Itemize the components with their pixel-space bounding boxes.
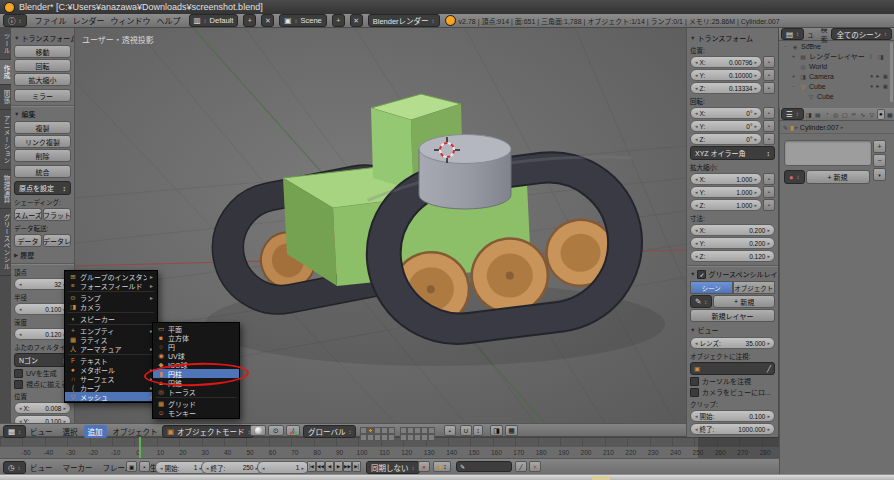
lock-icon[interactable]: •	[763, 82, 775, 94]
lock-icon[interactable]: •	[763, 107, 775, 119]
clip-field[interactable]: ◂開始:0.100▸	[690, 410, 775, 422]
tool-button[interactable]: 削除	[14, 149, 71, 162]
toolshelf-tab[interactable]: ツール	[0, 28, 11, 60]
manipulator-toggle[interactable]	[286, 425, 300, 436]
cylinder-object[interactable]	[419, 135, 511, 210]
decrement-arrow-icon[interactable]: ◂	[19, 405, 22, 411]
tool-button[interactable]: リンク複製	[14, 135, 71, 148]
properties-tab-modifiers[interactable]: ∿	[859, 109, 867, 120]
auto-keyframe-toggle[interactable]: ●	[418, 461, 430, 472]
checkbox-icon[interactable]	[14, 380, 23, 389]
layer-cell[interactable]	[374, 427, 381, 434]
render-opengl-button[interactable]: ◨	[490, 425, 503, 436]
scale-field[interactable]: ◂Y:1.000▸	[690, 186, 762, 198]
decrement-arrow-icon[interactable]: ◂	[19, 331, 22, 337]
layer-cell[interactable]	[388, 434, 395, 441]
location-field[interactable]: ◂Z:0.13334▸	[690, 82, 762, 94]
decrement-arrow-icon[interactable]: ◂	[695, 123, 698, 129]
viewport-menu-追加[interactable]: 追加	[84, 425, 107, 438]
frame-start-field[interactable]: ◂開始:1▸	[155, 461, 207, 474]
decrement-arrow-icon[interactable]: ◂	[695, 413, 698, 419]
frame-end-field[interactable]: ◂終了:250▸	[201, 461, 263, 474]
eyedropper-icon[interactable]: ╱	[767, 365, 771, 373]
outliner-row[interactable]: ▽Cube	[779, 91, 894, 101]
dimension-field[interactable]: ◂Y:0.200▸	[690, 237, 775, 249]
properties-tab-scene[interactable]: ◔	[823, 109, 831, 120]
gpencil-checkbox[interactable]: ✓	[697, 270, 706, 279]
increment-arrow-icon[interactable]: ▸	[767, 240, 770, 246]
camera-to-view-checkbox[interactable]	[690, 388, 699, 397]
lock-cursor-checkbox[interactable]	[690, 377, 699, 386]
play-button[interactable]: ▶	[334, 461, 343, 472]
timeline-menu-ビュー[interactable]: ビュー	[26, 461, 57, 474]
rotation-field[interactable]: ◂Z:0°▸	[690, 133, 762, 145]
panel-title-transform[interactable]: ▼トランスフォーム	[14, 33, 71, 43]
add-slot-button[interactable]: +	[873, 140, 886, 153]
menubar-item[interactable]: ヘルプ	[154, 15, 184, 26]
material-browse-dropdown[interactable]: ●↕	[784, 170, 805, 184]
tool-button[interactable]: 拡大縮小	[14, 73, 71, 86]
mode-selector[interactable]: ▣ オブジェクトモード ↕	[162, 425, 254, 438]
lock-icon[interactable]: •	[763, 133, 775, 145]
add-layout-button[interactable]: +	[243, 14, 256, 27]
insert-keyframe-button[interactable]: ╱	[515, 461, 527, 472]
visibility-eye-icon[interactable]: ●	[870, 83, 873, 89]
menubar-item[interactable]: ウィンドウ	[108, 15, 154, 26]
prev-keyframe-button[interactable]: ◀◀	[316, 461, 325, 472]
tool-button[interactable]: 回転	[14, 59, 71, 72]
jump-to-end-button[interactable]: ▶|	[352, 461, 361, 472]
screen-layout-selector[interactable]: ▥↕ Default	[189, 14, 239, 27]
properties-tab-object[interactable]: ▢	[841, 109, 849, 120]
layer-cell[interactable]	[428, 427, 435, 434]
panel-title-gpencil[interactable]: ▼✓グリースペンシルレイ	[690, 269, 775, 279]
panel-title-history[interactable]: ▶履歴	[14, 250, 71, 260]
transfer-button[interactable]: データ	[14, 234, 42, 247]
lock-layers-toggle[interactable]: ▪	[444, 425, 456, 436]
slot-specials-button[interactable]: ▾	[873, 168, 886, 181]
scene-selector[interactable]: ▣↕ Scene	[279, 14, 326, 27]
panel-title-edit[interactable]: ▼編集	[14, 109, 71, 119]
panel-title-view[interactable]: ▼ビュー	[690, 325, 775, 335]
location-field[interactable]: ◂Y:0.10000▸	[690, 69, 762, 81]
menubar-item[interactable]: ファイル	[32, 15, 70, 26]
viewport-menu-オブジェクト[interactable]: オブジェクト	[109, 425, 162, 438]
gpencil-new-button[interactable]: +新規	[713, 295, 775, 308]
layer-cell[interactable]	[367, 434, 374, 441]
visibility-eye-icon[interactable]: ●	[870, 73, 873, 79]
editor-type-icon[interactable]: ⓘ↕	[3, 14, 27, 27]
increment-arrow-icon[interactable]: ▸	[754, 202, 757, 208]
increment-arrow-icon[interactable]: ▸	[767, 253, 770, 259]
decrement-arrow-icon[interactable]: ◂	[695, 85, 698, 91]
decrement-arrow-icon[interactable]: ◂	[695, 189, 698, 195]
toolshelf-tab[interactable]: アニメーション	[0, 110, 11, 170]
layer-cell[interactable]	[421, 427, 428, 434]
delete-layout-button[interactable]: ✕	[261, 14, 274, 27]
increment-arrow-icon[interactable]: ▸	[754, 189, 757, 195]
rotation-field[interactable]: ◂X:0°▸	[690, 107, 762, 119]
jump-to-start-button[interactable]: |◀	[307, 461, 316, 472]
decrement-arrow-icon[interactable]: ◂	[695, 136, 698, 142]
cap-fill-dropdown[interactable]: Nゴン↕	[14, 353, 71, 367]
toolshelf-tab[interactable]: 物理演算	[0, 170, 11, 209]
scale-field[interactable]: ◂Z:1.000▸	[690, 199, 762, 211]
outliner-search-menu[interactable]: 検索	[820, 28, 827, 44]
properties-tab-render[interactable]: ◨	[805, 109, 813, 120]
layer-cell[interactable]	[360, 427, 367, 434]
tool-button[interactable]: 移動	[14, 45, 71, 58]
pin-icon[interactable]: ✎	[783, 124, 788, 131]
rotation-mode-dropdown[interactable]: XYZ オイラー角↕	[690, 146, 775, 160]
expand-icon[interactable]: +	[790, 73, 797, 79]
editor-type-icon[interactable]: ☰↕	[781, 108, 804, 120]
keying-set-filter-field[interactable]: ✎	[456, 461, 512, 472]
outliner-filter-dropdown[interactable]: 全てのシーン↕	[831, 28, 892, 40]
outliner-row[interactable]: -▽Cube●►▣	[779, 81, 894, 91]
add-menu-item[interactable]: ◖スピーカー	[65, 314, 157, 323]
checkbox-icon[interactable]	[14, 369, 23, 378]
operator-field[interactable]: ◂0.120▸	[14, 328, 71, 340]
current-frame-marker[interactable]	[139, 437, 141, 458]
layer-cell[interactable]	[360, 434, 367, 441]
increment-arrow-icon[interactable]: ▸	[767, 413, 770, 419]
increment-arrow-icon[interactable]: ▸	[63, 405, 66, 411]
set-origin-dropdown[interactable]: 原点を設定↕	[14, 181, 71, 195]
location-field[interactable]: ◂X:0.00796▸	[690, 56, 762, 68]
